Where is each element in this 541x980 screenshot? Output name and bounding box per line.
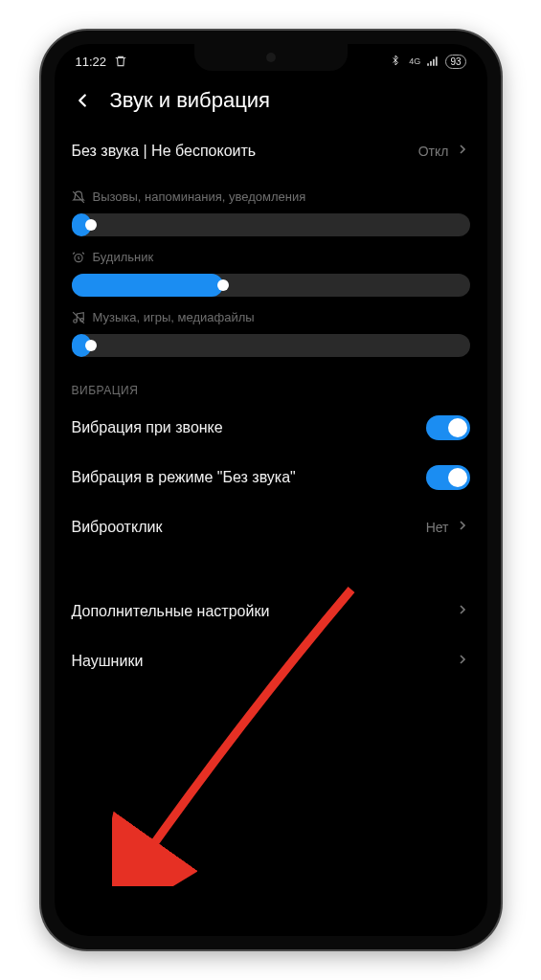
headphones-label: Наушники <box>72 651 455 672</box>
music-off-icon <box>72 311 85 324</box>
advanced-settings-row[interactable]: Дополнительные настройки <box>72 587 470 636</box>
chevron-right-icon <box>455 518 470 537</box>
advanced-settings-label: Дополнительные настройки <box>72 601 455 622</box>
slider-alarm-label: Будильник <box>93 250 154 264</box>
status-time: 11:22 <box>76 55 107 69</box>
battery-level: 93 <box>450 56 461 68</box>
slider-media[interactable] <box>72 334 470 357</box>
phone-frame: 11:22 4G 93 <box>41 31 501 949</box>
page-title: Звук и вибрация <box>110 88 470 113</box>
trash-icon <box>114 55 127 68</box>
slider-media-group: Музыка, игры, медиафайлы <box>72 310 470 357</box>
slider-calls[interactable] <box>72 213 470 236</box>
dnd-value: Откл <box>418 144 449 159</box>
chevron-right-icon <box>455 602 470 621</box>
vibrate-on-call-label: Вибрация при звонке <box>72 417 426 438</box>
section-vibration: ВИБРАЦИЯ <box>72 384 470 397</box>
network-4g-icon: 4G <box>409 56 420 66</box>
bluetooth-icon <box>390 55 403 68</box>
vibrate-on-call-row[interactable]: Вибрация при звонке <box>72 403 470 453</box>
notch <box>194 44 348 71</box>
vibrate-silent-row[interactable]: Вибрация в режиме "Без звука" <box>72 453 470 502</box>
screen: 11:22 4G 93 <box>55 44 487 936</box>
svg-point-2 <box>79 318 83 322</box>
back-button[interactable] <box>72 90 93 111</box>
battery-indicator: 93 <box>445 55 465 69</box>
vibrate-silent-toggle[interactable] <box>426 465 470 490</box>
app-header: Звук и вибрация <box>55 78 487 126</box>
vibrate-silent-label: Вибрация в режиме "Без звука" <box>72 467 426 488</box>
dnd-row[interactable]: Без звука | Не беспокоить Откл <box>72 126 470 176</box>
dnd-label: Без звука | Не беспокоить <box>72 141 418 162</box>
slider-calls-group: Вызовы, напоминания, уведомления <box>72 189 470 236</box>
vibrate-on-call-toggle[interactable] <box>426 415 470 440</box>
bell-off-icon <box>72 190 85 204</box>
slider-calls-label: Вызовы, напоминания, уведомления <box>93 189 306 204</box>
signal-icon <box>426 55 440 68</box>
chevron-right-icon <box>455 142 470 161</box>
svg-point-1 <box>73 319 77 323</box>
slider-alarm-group: Будильник <box>72 250 470 297</box>
alarm-icon <box>72 251 85 264</box>
haptic-value: Нет <box>426 520 449 535</box>
haptic-row[interactable]: Виброотклик Нет <box>72 502 470 552</box>
slider-alarm[interactable] <box>72 274 470 297</box>
haptic-label: Виброотклик <box>72 517 426 538</box>
headphones-row[interactable]: Наушники <box>72 636 470 686</box>
slider-media-label: Музыка, игры, медиафайлы <box>93 310 255 324</box>
chevron-right-icon <box>455 652 470 671</box>
